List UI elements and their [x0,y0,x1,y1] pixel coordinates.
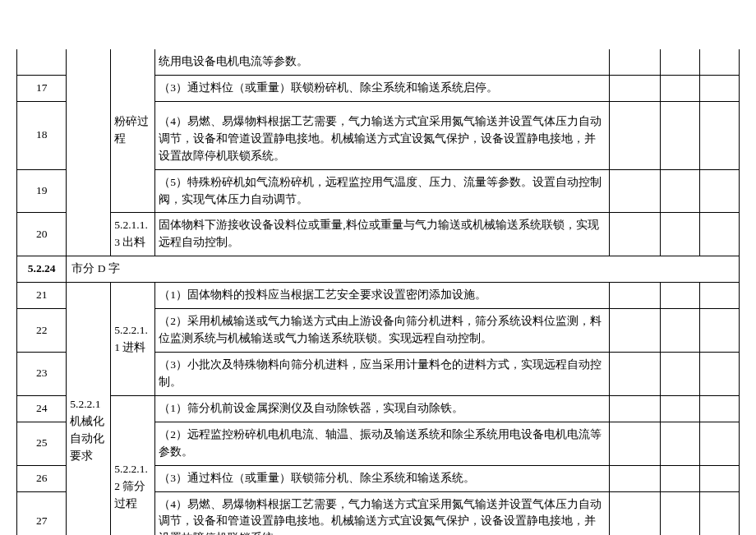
cell: 5.2.1.1.3 出料 [111,213,155,256]
cell [700,491,740,535]
cell: 27 [17,491,67,535]
cell [700,352,740,395]
cell [610,169,661,213]
cell: 统用电设备电机电流等参数。 [155,49,610,75]
cell [610,283,661,309]
cell [17,49,67,75]
cell: 22 [17,309,67,353]
cell [610,101,661,169]
cell: （1）固体物料的投料应当根据工艺安全要求设置密闭添加设施。 [155,283,610,309]
cell: （3）小批次及特殊物料向筛分机进料，应当采用计量料仓的进料方式，实现远程自动控制… [155,352,610,395]
cell: （3）通过料位（或重量）联锁筛分机、除尘系统和输送系统。 [155,465,610,491]
cell [661,491,700,535]
cell: 23 [17,352,67,395]
cell [610,465,661,491]
cell [610,395,661,422]
cell: 21 [17,283,67,309]
cell: （4）易燃、易爆物料根据工艺需要，气力输送方式宜采用氮气输送并设置气体压力自动调… [155,101,610,169]
cell [700,465,740,491]
cell [700,49,740,75]
cell [700,75,740,101]
cell [700,309,740,353]
table-row: 粉碎过程 统用电设备电机电流等参数。 [17,49,740,75]
cell: 20 [17,213,67,256]
cell: 18 [17,101,67,169]
cell [661,422,700,465]
cell [661,283,700,309]
cell [610,213,661,256]
cell [700,213,740,256]
section-row: 5.2.24 市分 D 字 [17,256,740,283]
cell [700,422,740,465]
cell [700,283,740,309]
cell: 26 [17,465,67,491]
cell: 粉碎过程 [111,49,155,213]
cell [661,309,700,353]
cell: 19 [17,169,67,213]
cell: 固体物料下游接收设备设料位或重量,料位或重量与气力输送或机械输送系统联锁，实现远… [155,213,610,256]
cell [661,352,700,395]
cell [700,395,740,422]
cell [661,169,700,213]
cell: 5.2.2.1.2 筛分过程 [111,395,155,535]
cell: （3）通过料位（或重量）联锁粉碎机、除尘系统和输送系统启停。 [155,75,610,101]
cell: 25 [17,422,67,465]
cell: 5.2.2.1.1 进料 [111,283,155,396]
cell [610,75,661,101]
cell: 24 [17,395,67,422]
table-row: 20 5.2.1.1.3 出料 固体物料下游接收设备设料位或重量,料位或重量与气… [17,213,740,256]
cell [610,491,661,535]
cell: （5）特殊粉碎机如气流粉碎机，远程监控用气温度、压力、流量等参数。设置自动控制阀… [155,169,610,213]
cell: （4）易燃、易爆物料根据工艺需要，气力输送方式宜采用氮气输送并设置气体压力自动调… [155,491,610,535]
section-label: 5.2.24 [17,256,67,283]
cell [661,75,700,101]
spec-table: 粉碎过程 统用电设备电机电流等参数。 17 （3）通过料位（或重量）联锁粉碎机、… [16,49,740,535]
cell [661,101,700,169]
cell [610,352,661,395]
cell [610,309,661,353]
cell: 5.2.2.1 机械化自动化要求 [67,283,111,535]
cell: （1）筛分机前设金属探测仪及自动除铁器，实现自动除铁。 [155,395,610,422]
cell: （2）远程监控粉碎机电机电流、轴温、振动及输送系统和除尘系统用电设备电机电流等参… [155,422,610,465]
cell [610,422,661,465]
section-text: 市分 D 字 [67,256,740,283]
table-row: 21 5.2.2.1 机械化自动化要求 5.2.2.1.1 进料 （1）固体物料… [17,283,740,309]
cell [661,213,700,256]
table-row: 24 5.2.2.1.2 筛分过程 （1）筛分机前设金属探测仪及自动除铁器，实现… [17,395,740,422]
cell [610,49,661,75]
cell: （2）采用机械输送或气力输送方式由上游设备向筛分机进料，筛分系统设料位监测，料位… [155,309,610,353]
cell [67,49,111,256]
cell: 17 [17,75,67,101]
cell [661,465,700,491]
cell [661,49,700,75]
cell [661,395,700,422]
cell [700,169,740,213]
cell [700,101,740,169]
